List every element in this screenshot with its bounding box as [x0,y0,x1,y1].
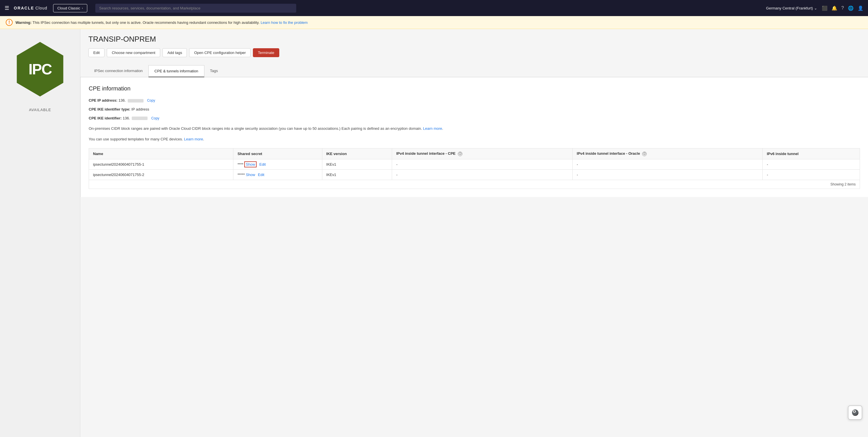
row1-show-link[interactable]: Show [244,161,257,167]
table-header-row: Name Shared secret IKE version IPv4 insi… [89,148,860,159]
add-tags-button[interactable]: Add tags [162,48,187,57]
monitor-icon[interactable]: ⬛ [822,5,828,11]
content-area: TRANSIP-ONPREM Edit Choose new compartme… [81,29,868,437]
warning-bold: Warning: [16,21,32,25]
support-icon: 🎱 [851,409,859,416]
user-icon[interactable]: 👤 [858,5,863,11]
tunnel-table: Name Shared secret IKE version IPv4 insi… [89,148,860,180]
hex-label: IPC [28,61,52,78]
cpe-ike-id-prefix: 136. [123,116,130,120]
cpe-ip-prefix: 136. [119,98,126,102]
header-icons: ⬛ 🔔 ? 🌐 👤 [822,5,863,11]
description-1: On-premises CIDR block ranges are paired… [89,126,860,132]
globe-icon[interactable]: 🌐 [848,5,854,11]
description-2: You can use supported templates for many… [89,136,860,143]
col-ipv4-oracle: IPv4 inside tunnel interface - Oracle ⓘ [572,148,763,159]
row1-ipv4-oracle: - [572,159,763,169]
desc2-link[interactable]: Learn more [184,137,203,141]
cloud-text: Cloud [35,6,48,10]
cpe-ike-id-label: CPE IKE identifier: [89,116,122,120]
cloud-classic-button[interactable]: Cloud Classic › [53,4,87,12]
row2-ipv4-cpe: - [392,169,572,180]
header-right: Germany Central (Frankfurt) ⌄ ⬛ 🔔 ? 🌐 👤 [766,5,863,11]
section-title: CPE information [89,85,860,92]
desc1-text: On-premises CIDR block ranges are paired… [89,126,423,131]
table-row: ipsectunnel20240604071755-1 **** Show Ed… [89,159,860,169]
hamburger-menu[interactable]: ☰ [5,5,9,11]
status-badge: AVAILABLE [29,108,51,112]
warning-link[interactable]: Learn how to fix the problem [260,21,308,25]
tab-ipsec[interactable]: IPSec connection information [88,65,148,77]
open-cpe-button[interactable]: Open CPE configuration helper [189,48,251,57]
desc2-text: You can use supported templates for many… [89,137,184,141]
header: ☰ ORACLE Cloud Cloud Classic › Germany C… [0,0,868,16]
search-input[interactable] [95,4,296,12]
table-footer: Showing 2 items [89,180,860,189]
row2-secret: ***** Show Edit [234,169,322,180]
resource-header: TRANSIP-ONPREM Edit Choose new compartme… [81,29,868,62]
col-ipv4-cpe: IPv4 inside tunnel interface - CPE ⓘ [392,148,572,159]
cpe-ip-row: CPE IP address: 136. Copy [89,98,860,104]
cloud-classic-label: Cloud Classic [57,6,80,10]
row1-name: ipsectunnel20240604071755-1 [89,159,234,169]
row2-ike: IKEv1 [322,169,392,180]
support-widget[interactable]: 🎱 [848,405,862,420]
hexagon-container: IPC [11,38,69,101]
row1-secret: **** Show Edit [234,159,322,169]
cpe-ike-type-value: IP address [131,107,149,112]
row1-secret-mask: **** [237,162,244,166]
help-icon[interactable]: ? [841,5,844,11]
col-ipv6: IPv6 inside tunnel [763,148,860,159]
col-shared-secret: Shared secret [234,148,322,159]
cpe-ike-type-label: CPE IKE identifier type: [89,107,130,112]
cpe-ike-type-row: CPE IKE identifier type: IP address [89,106,860,113]
desc1-link[interactable]: Learn more [423,126,442,131]
region-selector[interactable]: Germany Central (Frankfurt) ⌄ [766,6,817,10]
tab-cpe-tunnels[interactable]: CPE & tunnels information [148,65,204,77]
main-layout: IPC AVAILABLE TRANSIP-ONPREM Edit Choose… [0,29,868,437]
edit-button[interactable]: Edit [88,48,104,57]
bell-icon[interactable]: 🔔 [832,5,837,11]
left-panel: IPC AVAILABLE [0,29,81,437]
warning-banner: ! Warning: This IPSec connection has mul… [0,16,868,29]
row2-ipv4-oracle: - [572,169,763,180]
cpe-ike-id-masked [132,117,148,120]
cpe-ip-copy[interactable]: Copy [147,98,155,102]
oracle-logo: ORACLE Cloud [14,6,48,10]
row2-name: ipsectunnel20240604071755-2 [89,169,234,180]
terminate-button[interactable]: Terminate [253,48,279,57]
row1-edit-link[interactable]: Edit [259,162,266,166]
tab-content: CPE information CPE IP address: 136. Cop… [81,77,868,197]
ipv4-cpe-info-icon[interactable]: ⓘ [458,152,462,156]
col-name: Name [89,148,234,159]
tabs: IPSec connection information CPE & tunne… [81,65,868,77]
warning-icon: ! [6,19,12,26]
row1-ike: IKEv1 [322,159,392,169]
search-bar[interactable] [95,4,296,12]
action-buttons: Edit Choose new compartment Add tags Ope… [88,48,860,57]
oracle-text: ORACLE [14,6,34,10]
resource-title: TRANSIP-ONPREM [88,35,860,44]
cpe-ike-id-row: CPE IKE identifier: 136. Copy [89,116,860,121]
row2-ipv6: - [763,169,860,180]
tab-tags[interactable]: Tags [205,65,224,77]
warning-message: This IPSec connection has multiple tunne… [32,21,260,25]
row2-edit-link[interactable]: Edit [258,173,265,177]
row1-ipv6: - [763,159,860,169]
warning-text: Warning: This IPSec connection has multi… [16,21,308,25]
table-row: ipsectunnel20240604071755-2 ***** Show E… [89,169,860,180]
cpe-ip-masked [128,99,144,102]
hexagon: IPC [14,42,66,96]
chevron-down-icon: ⌄ [814,6,817,10]
region-label: Germany Central (Frankfurt) [766,6,813,10]
cpe-ike-id-copy[interactable]: Copy [151,116,159,120]
row2-secret-mask: ***** [237,173,246,177]
row2-show-link[interactable]: Show [246,173,255,177]
chevron-right-icon: › [82,7,83,10]
ipv4-oracle-info-icon[interactable]: ⓘ [642,152,647,156]
choose-compartment-button[interactable]: Choose new compartment [107,48,160,57]
col-ike-version: IKE version [322,148,392,159]
cpe-ip-label: CPE IP address: [89,98,117,102]
row1-ipv4-cpe: - [392,159,572,169]
